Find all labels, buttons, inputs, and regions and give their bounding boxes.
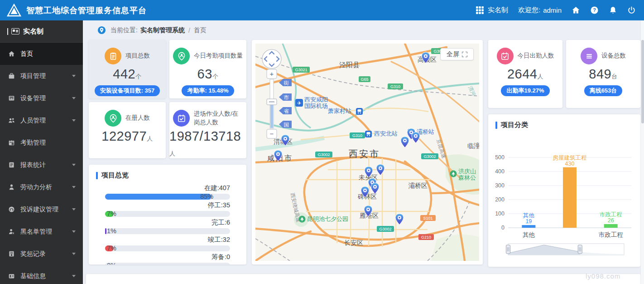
sidebar-item-10[interactable]: 奖惩记录 xyxy=(0,243,83,265)
power-icon[interactable] xyxy=(627,6,636,15)
stat-card-6: 设备总数849台离线653台 xyxy=(566,40,640,108)
chevron-down-icon xyxy=(72,164,76,166)
sidebar-item-8[interactable]: 投诉建议管理 xyxy=(0,198,83,220)
id-card-icon xyxy=(11,28,19,34)
stat-unit: 人 xyxy=(538,73,544,80)
svg-text:G3021: G3021 xyxy=(295,68,307,72)
zoom-level-city: 市 xyxy=(284,95,289,100)
chevron-down-icon xyxy=(72,97,76,99)
x-axis-label: 市政工程 xyxy=(599,231,623,238)
map-poi: 萧家村站 xyxy=(328,108,363,115)
stat-title: 今日出勤人数 xyxy=(518,52,554,60)
road-badge: G65 xyxy=(359,76,370,82)
progress-percent-label: 7% xyxy=(107,245,116,252)
calendar-check-icon xyxy=(497,48,514,64)
stat-card-2: 今日考勤项目数量63个考勤率: 15.48% xyxy=(169,40,246,98)
sidebar-item-label: 劳动力分析 xyxy=(20,183,52,191)
road-badge: G3002 xyxy=(315,152,332,157)
map-fullscreen-button[interactable]: 全屏 xyxy=(440,48,474,60)
map-area-label: 临潼区 xyxy=(467,142,479,149)
road-badge: G310 xyxy=(350,132,365,138)
bell-icon[interactable] xyxy=(609,6,617,15)
app-switcher[interactable]: 实名制 xyxy=(476,6,508,15)
progress-fill xyxy=(105,194,211,200)
sidebar-item-6[interactable]: 报表统计 xyxy=(0,154,83,176)
sidebar-item-label: 投诉建议管理 xyxy=(20,206,58,214)
breadcrumb-separator: / xyxy=(188,27,190,34)
stat-value: 122977 xyxy=(101,129,147,143)
brand-divider xyxy=(7,28,8,35)
bar-1[interactable] xyxy=(522,225,535,228)
sidebar-item-5[interactable]: 考勤管理 xyxy=(0,132,83,154)
map-area-label: 灞桥区 xyxy=(408,182,428,189)
datazoom-handle-left[interactable] xyxy=(506,245,510,254)
road-badge: G210 xyxy=(418,234,434,240)
map-panel: G3021G3021G310G65G310G3002G3002G3002S101… xyxy=(252,40,483,264)
bar-name-label: 房屋建筑工程 xyxy=(553,155,587,161)
stat-card-1: 项目总数442个安装设备项目数: 357 xyxy=(89,40,166,98)
chevron-down-icon xyxy=(72,75,76,77)
sidebar-item-2[interactable]: 项目管理 xyxy=(0,65,83,87)
stat-unit: 人 xyxy=(169,150,176,157)
metro-icon xyxy=(365,131,372,137)
map-image: G3021G3021G310G65G310G3002G3002G3002S101… xyxy=(255,44,479,261)
stat-value: 442 xyxy=(113,67,135,81)
progress-percent-label: 7% xyxy=(107,210,116,217)
map-poi-label: 西安咸阳 xyxy=(304,96,328,103)
datazoom-handle-right[interactable] xyxy=(578,245,582,254)
svg-text:G3002: G3002 xyxy=(423,154,436,159)
y-tick-label: 200 xyxy=(495,196,505,203)
help-icon[interactable]: ? xyxy=(590,6,599,15)
bar-name-label: 市政工程 xyxy=(600,211,622,218)
progress-fill xyxy=(105,228,106,234)
next-panel-edge xyxy=(86,274,640,284)
fullscreen-icon xyxy=(462,52,467,57)
home-icon[interactable] xyxy=(572,6,580,15)
reward-icon xyxy=(8,250,15,257)
sidebar-item-4[interactable]: 人员管理 xyxy=(0,109,83,132)
bar-3[interactable] xyxy=(604,224,618,228)
sidebar-item-1[interactable]: 首页 xyxy=(0,43,83,65)
breadcrumb-page[interactable]: 首页 xyxy=(194,26,207,34)
watermark: ly098.com xyxy=(586,272,620,280)
breadcrumb-section[interactable]: 实名制管理系统 xyxy=(140,26,185,34)
sidebar-item-label: 首页 xyxy=(20,50,33,58)
map-poi-label: 森林公 xyxy=(458,174,476,181)
overview-row: 竣工:327% xyxy=(105,235,230,251)
app-switcher-label: 实名制 xyxy=(488,6,508,15)
chevron-down-icon xyxy=(72,253,76,255)
progress-bar: 0% xyxy=(105,263,230,264)
progress-bar: 85% xyxy=(105,194,230,200)
map-poi-label: 西安北站 xyxy=(374,130,398,137)
breadcrumb: 当前位置: 实名制管理系统 / 首页 xyxy=(83,20,640,40)
sidebar-item-7[interactable]: 劳动力分析 xyxy=(0,176,83,198)
map-canvas[interactable]: G3021G3021G310G65G310G3002G3002G3002S101… xyxy=(255,44,479,261)
x-axis-label: 其他 xyxy=(523,231,535,238)
sidebar-item-label: 奖惩记录 xyxy=(20,250,46,258)
bar-2[interactable] xyxy=(563,167,577,228)
sidebar-item-label: 设备管理 xyxy=(20,94,46,103)
location-pin-icon xyxy=(97,26,106,34)
map-area-label: 长安区 xyxy=(344,239,363,246)
sidebar-item-3[interactable]: 设备管理 xyxy=(0,87,83,109)
device-icon xyxy=(8,95,15,102)
metro-icon xyxy=(356,108,363,115)
scrollbar-thumb[interactable] xyxy=(641,40,644,123)
overview-row-label: 停工:35 xyxy=(105,201,230,210)
sidebar-item-9[interactable]: 黑名单管理 xyxy=(0,220,83,243)
progress-bar: 1% xyxy=(105,228,230,234)
progress-bar: 7% xyxy=(105,211,230,217)
svg-text:?: ? xyxy=(593,7,596,13)
park-icon xyxy=(450,171,457,177)
page-scrollbar[interactable] xyxy=(640,20,644,284)
fullscreen-label: 全屏 xyxy=(447,50,459,59)
overview-rows: 在建:40785%停工:357%完工:61%竣工:327%筹备:00% xyxy=(96,180,246,264)
sidebar-item-11[interactable]: 基础信息 xyxy=(0,265,83,284)
calendar-check-icon xyxy=(173,110,190,127)
overview-row-label: 完工:6 xyxy=(105,218,230,227)
chart-datazoom-slider[interactable] xyxy=(506,244,625,255)
stat-card-4: 进场作业人数/在岗总人数1987/13718人 xyxy=(169,102,246,158)
y-tick-label: 100 xyxy=(495,211,505,217)
stat-unit: 台 xyxy=(611,73,618,80)
svg-text:G65: G65 xyxy=(360,77,368,82)
